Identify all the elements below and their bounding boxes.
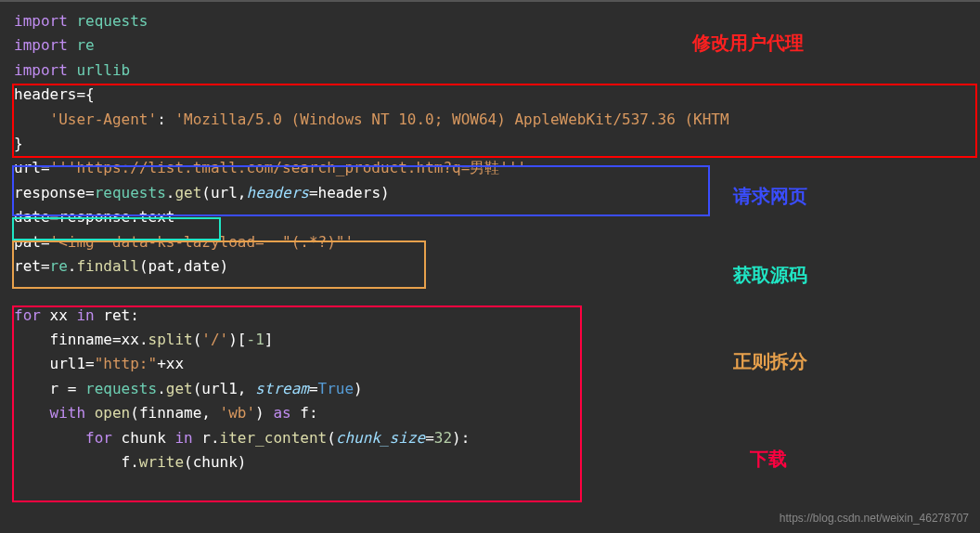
line-10: pat='<img data-ks-lazyload= "(.*?)"' (14, 230, 980, 254)
line-1: import requests (14, 9, 980, 33)
line-18: f.write(chunk) (14, 450, 980, 474)
line-13: finname=xx.split('/')[-1] (14, 328, 980, 352)
line-2: import re (14, 33, 980, 58)
annotation-download: 下载 (750, 444, 787, 474)
line-17: for chunk in r.iter_content(chunk_size=3… (14, 426, 980, 450)
annotation-regex: 正则拆分 (733, 346, 807, 377)
code-block: import requests import re import urllib … (14, 9, 980, 474)
blank-line (14, 279, 980, 303)
annotation-request: 请求网页 (733, 181, 807, 212)
line-8: response=requests.get(url,headers=header… (14, 181, 980, 205)
annotation-source: 获取源码 (733, 260, 807, 291)
line-14: url1="http:"+xx (14, 352, 980, 376)
line-7: url='''https://list.tmall.com/search_pro… (14, 156, 980, 180)
line-12: for xx in ret: (14, 304, 980, 328)
top-divider (0, 0, 980, 2)
line-6: } (14, 132, 980, 156)
line-4: headers={ (14, 83, 980, 107)
line-15: r = requests.get(url1, stream=True) (14, 377, 980, 401)
line-5: 'User-Agent': 'Mozilla/5.0 (Windows NT 1… (14, 108, 980, 132)
line-9: date=response.text (14, 205, 980, 229)
watermark: https://blog.csdn.net/weixin_46278707 (780, 510, 969, 528)
annotation-modify-ua: 修改用户代理 (692, 28, 804, 58)
line-3: import urllib (14, 58, 980, 83)
line-16: with open(finname, 'wb') as f: (14, 401, 980, 425)
line-11: ret=re.findall(pat,date) (14, 254, 980, 279)
